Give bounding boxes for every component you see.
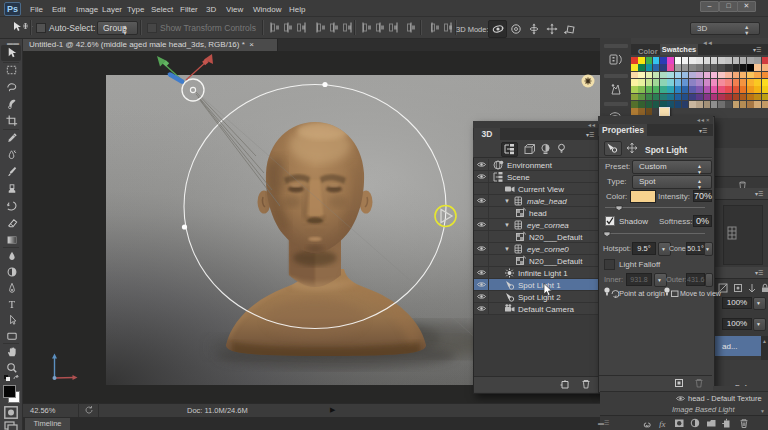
svg-text:fx: fx [659, 419, 666, 429]
svg-text:T: T [8, 299, 15, 310]
